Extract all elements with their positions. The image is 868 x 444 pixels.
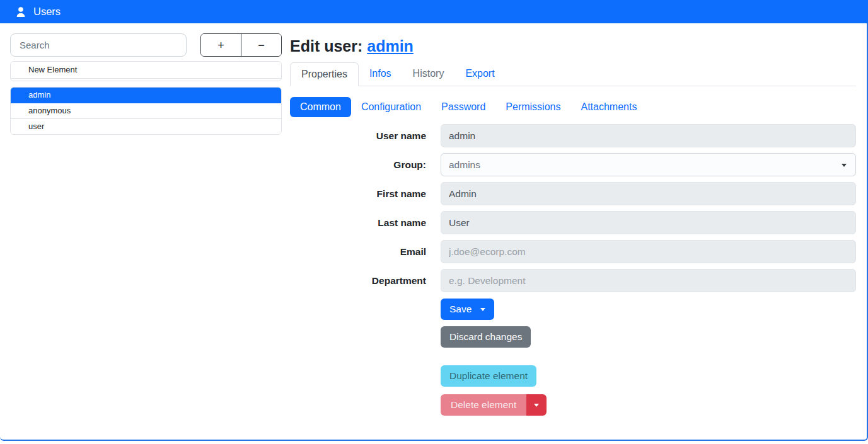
page-title-prefix: Edit user: <box>290 37 362 55</box>
username-label: User name <box>290 130 441 142</box>
tab-properties[interactable]: Properties <box>290 62 359 86</box>
firstname-field[interactable] <box>441 182 856 205</box>
delete-button-label: Delete element <box>451 399 516 410</box>
firstname-label: First name <box>290 188 441 200</box>
form-row: Last name <box>290 211 856 234</box>
delete-dropdown-toggle[interactable] <box>526 394 547 416</box>
discard-button-label: Discard changes <box>449 331 522 343</box>
list-item-new-element[interactable]: New Element <box>11 62 281 79</box>
delete-element-button: Delete element <box>441 394 526 416</box>
form-row: User name <box>290 124 856 147</box>
tab-export[interactable]: Export <box>454 62 505 86</box>
department-field[interactable] <box>441 269 856 292</box>
group-label: Group: <box>290 159 441 171</box>
lastname-label: Last name <box>290 217 441 229</box>
action-buttons: Save Discard changes Duplicate element D… <box>290 299 856 416</box>
duplicate-button-label: Duplicate element <box>449 370 528 382</box>
delete-dropdown-caret-icon <box>534 404 539 407</box>
list-item-anonymous[interactable]: anonymous <box>11 103 281 119</box>
add-remove-group: + − <box>200 33 282 57</box>
main-panel: Edit user: admin Properties Infos Histor… <box>290 33 856 440</box>
page-title: Edit user: admin <box>290 37 856 55</box>
content-container: + − New Element admin anonymous user Edi… <box>0 23 868 441</box>
group-select-value: admins <box>449 159 480 171</box>
remove-button[interactable]: − <box>241 34 281 56</box>
form-row: Email <box>290 240 856 263</box>
email-field[interactable] <box>441 240 856 263</box>
pill-configuration[interactable]: Configuration <box>351 97 431 117</box>
pill-common[interactable]: Common <box>290 97 351 117</box>
discard-changes-button[interactable]: Discard changes <box>441 326 531 348</box>
sidebar: + − New Element admin anonymous user <box>10 33 282 440</box>
duplicate-element-button: Duplicate element <box>441 365 536 387</box>
new-element-box: New Element <box>10 61 282 81</box>
tab-bar: Properties Infos History Export <box>290 62 856 86</box>
username-field[interactable] <box>441 124 856 147</box>
edited-user-link[interactable]: admin <box>367 37 414 55</box>
sidebar-toolbar: + − <box>10 33 282 57</box>
user-list: admin anonymous user <box>10 87 282 135</box>
save-dropdown-caret-icon[interactable] <box>480 308 485 311</box>
top-navbar: Users <box>0 0 868 23</box>
pill-bar: Common Configuration Password Permission… <box>290 97 856 117</box>
tab-infos[interactable]: Infos <box>359 62 402 86</box>
form-row: First name <box>290 182 856 205</box>
pill-permissions[interactable]: Permissions <box>495 97 570 117</box>
list-item-admin[interactable]: admin <box>11 88 281 103</box>
list-spacer <box>11 79 281 81</box>
search-input[interactable] <box>10 33 187 57</box>
add-button[interactable]: + <box>201 34 241 56</box>
delete-element-group: Delete element <box>441 394 547 416</box>
edit-user-form: User name Group: admins First name Last … <box>290 124 856 292</box>
chevron-down-icon <box>842 164 847 167</box>
form-row: Department <box>290 269 856 292</box>
pill-password[interactable]: Password <box>431 97 495 117</box>
department-label: Department <box>290 275 441 287</box>
list-item-user[interactable]: user <box>11 119 281 134</box>
users-icon <box>14 6 27 18</box>
group-select[interactable]: admins <box>441 153 856 176</box>
lastname-field[interactable] <box>441 211 856 234</box>
save-button-label: Save <box>449 304 472 315</box>
form-row: Group: admins <box>290 153 856 176</box>
email-label: Email <box>290 246 441 258</box>
app-title: Users <box>33 6 61 18</box>
save-button[interactable]: Save <box>441 299 494 320</box>
pill-attachments[interactable]: Attachments <box>570 97 647 117</box>
tab-history: History <box>402 62 455 86</box>
